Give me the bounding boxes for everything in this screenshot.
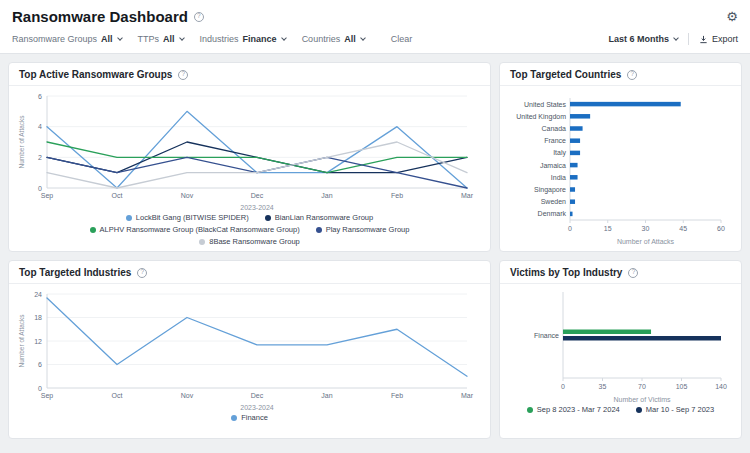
panel-title: Victims by Top Industry (510, 267, 622, 278)
svg-text:2023-2024: 2023-2024 (240, 204, 274, 211)
svg-text:0: 0 (561, 383, 565, 390)
panel-body: 0246SepOctNovDecJanFebMar2023-2024Number… (9, 86, 490, 248)
info-icon[interactable]: ? (137, 268, 147, 278)
legend-item[interactable]: Finance (231, 413, 268, 422)
export-button[interactable]: Export (699, 34, 738, 44)
svg-text:Singapore: Singapore (534, 186, 566, 194)
svg-text:France: France (544, 137, 566, 144)
filter-bar: Ransomware Groups All TTPs All Industrie… (0, 30, 750, 54)
legend-dot-icon (527, 407, 533, 413)
legend-dot-icon (199, 239, 205, 245)
legend-dot-icon (316, 227, 322, 233)
legend-item[interactable]: ALPHV Ransomware Group (BlackCat Ransomw… (90, 225, 300, 234)
svg-text:60: 60 (717, 225, 725, 232)
svg-text:Italy: Italy (553, 149, 566, 157)
filters-left: Ransomware Groups All TTPs All Industrie… (12, 34, 412, 44)
vertical-divider (688, 33, 689, 45)
legend-item[interactable]: 8Base Ransomware Group (199, 237, 299, 246)
legend-label: Sep 8 2023 - Mar 7 2024 (537, 405, 620, 414)
legend-label: ALPHV Ransomware Group (BlackCat Ransomw… (100, 225, 300, 234)
svg-text:United States: United States (524, 101, 567, 108)
svg-text:0: 0 (38, 185, 42, 192)
legend-label: BianLian Ransomware Group (275, 213, 373, 222)
legend-item[interactable]: Sep 8 2023 - Mar 7 2024 (527, 405, 620, 414)
time-range-select[interactable]: Last 6 Months (604, 34, 678, 44)
chevron-down-icon (179, 35, 185, 41)
info-icon[interactable]: ? (628, 268, 638, 278)
info-icon[interactable]: ? (178, 70, 188, 80)
svg-text:Feb: Feb (391, 392, 403, 399)
svg-text:12: 12 (34, 338, 42, 345)
svg-text:Jamaica: Jamaica (540, 162, 566, 169)
filter-label: TTPs (138, 34, 160, 44)
svg-text:Finance: Finance (534, 332, 559, 339)
panel-title: Top Targeted Countries (510, 69, 621, 80)
svg-text:India: India (551, 174, 566, 181)
svg-text:Mar: Mar (461, 392, 474, 399)
title-wrap: Ransomware Dashboard ? (12, 8, 204, 25)
svg-text:Dec: Dec (251, 392, 264, 399)
panel-header: Top Active Ransomware Groups ? (9, 63, 490, 86)
filter-label: Countries (302, 34, 341, 44)
svg-text:6: 6 (38, 93, 42, 100)
svg-text:Number of Attacks: Number of Attacks (617, 238, 675, 245)
panel-body: 03570105140FinanceNumber of Victims Sep … (500, 284, 741, 416)
svg-text:Denmark: Denmark (538, 210, 567, 217)
filter-ttps[interactable]: TTPs All (138, 34, 184, 44)
svg-text:140: 140 (715, 383, 727, 390)
filter-label: Ransomware Groups (12, 34, 97, 44)
filter-value: Finance (243, 34, 277, 44)
filter-ransomware-groups[interactable]: Ransomware Groups All (12, 34, 122, 44)
legend-item[interactable]: Mar 10 - Sep 7 2023 (636, 405, 714, 414)
legend-label: Mar 10 - Sep 7 2023 (646, 405, 714, 414)
svg-text:Number of Attacks: Number of Attacks (18, 314, 25, 368)
panel-header: Top Targeted Industries ? (9, 261, 490, 284)
victims-bar-chart: 03570105140FinanceNumber of Victims (508, 286, 733, 404)
panel-top-targeted-industries: Top Targeted Industries ? 06121824SepOct… (8, 260, 491, 439)
filter-value: All (101, 34, 113, 44)
chevron-down-icon (117, 35, 123, 41)
svg-text:6: 6 (38, 361, 42, 368)
chevron-down-icon (281, 35, 287, 41)
svg-text:Canada: Canada (541, 125, 566, 132)
settings-gear-icon[interactable]: ⚙ (726, 9, 738, 24)
svg-text:45: 45 (679, 225, 687, 232)
filter-industries[interactable]: Industries Finance (200, 34, 286, 44)
svg-text:Jan: Jan (321, 192, 332, 199)
svg-text:30: 30 (642, 225, 650, 232)
filter-label: Industries (200, 34, 239, 44)
time-range-value: Last 6 Months (608, 34, 669, 44)
svg-text:15: 15 (604, 225, 612, 232)
legend-label: Finance (241, 413, 268, 422)
countries-bar-chart: 015304560United StatesUnited KingdomCana… (508, 88, 733, 246)
svg-text:Dec: Dec (251, 192, 264, 199)
filter-value: All (344, 34, 356, 44)
panel-title: Top Targeted Industries (19, 267, 131, 278)
info-icon[interactable]: ? (627, 70, 637, 80)
svg-text:70: 70 (638, 383, 646, 390)
svg-text:Sep: Sep (41, 392, 54, 400)
panel-header: Top Targeted Countries ? (500, 63, 741, 86)
legend-item[interactable]: Play Ransomware Group (316, 225, 410, 234)
clear-filters-button[interactable]: Clear (391, 34, 413, 44)
groups-legend: LockBit Gang (BITWISE SPIDER)BianLian Ra… (35, 213, 465, 246)
svg-text:105: 105 (676, 383, 688, 390)
legend-dot-icon (636, 407, 642, 413)
filter-countries[interactable]: Countries All (302, 34, 365, 44)
panel-victims-by-industry: Victims by Top Industry ? 03570105140Fin… (499, 260, 742, 439)
legend-item[interactable]: BianLian Ransomware Group (265, 213, 373, 222)
legend-label: LockBit Gang (BITWISE SPIDER) (136, 213, 249, 222)
svg-text:United Kingdom: United Kingdom (516, 113, 566, 121)
svg-text:35: 35 (599, 383, 607, 390)
info-icon[interactable]: ? (194, 12, 204, 22)
svg-text:0: 0 (38, 385, 42, 392)
panel-body: 015304560United StatesUnited KingdomCana… (500, 86, 741, 248)
legend-label: 8Base Ransomware Group (209, 237, 299, 246)
legend-item[interactable]: LockBit Gang (BITWISE SPIDER) (126, 213, 249, 222)
legend-dot-icon (231, 415, 237, 421)
panel-body: 06121824SepOctNovDecJanFebMar2023-2024Nu… (9, 284, 490, 424)
svg-text:Sep: Sep (41, 192, 54, 200)
filters-right: Last 6 Months Export (604, 33, 738, 45)
svg-text:Oct: Oct (112, 392, 123, 399)
dashboard-grid: Top Active Ransomware Groups ? 0246SepOc… (0, 54, 750, 447)
